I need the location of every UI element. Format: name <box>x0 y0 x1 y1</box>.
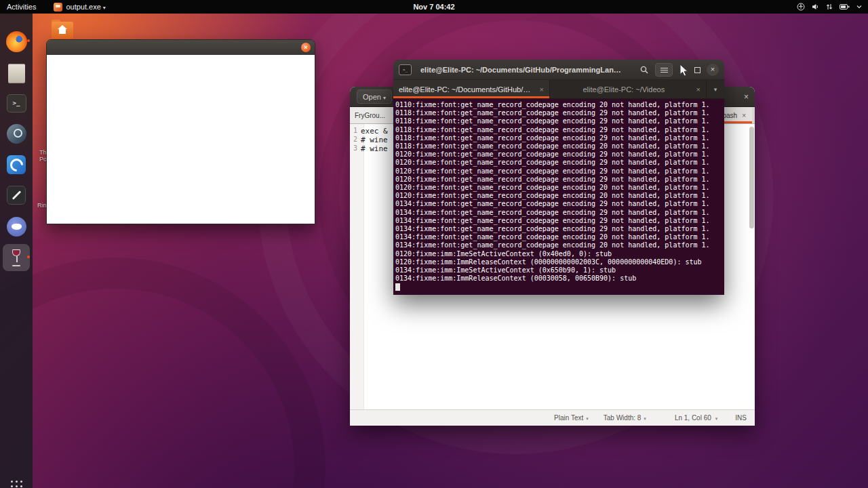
terminal-app-icon <box>399 64 412 75</box>
terminal-line: 0120:fixme:font:get_name_record_codepage… <box>395 159 723 167</box>
wine-glass-stem <box>16 256 18 262</box>
terminal-line: 0134:fixme:font:get_name_record_codepage… <box>395 200 723 208</box>
text-editor-icon <box>7 186 26 205</box>
open-button-label: Open <box>363 93 381 101</box>
terminal-cursor <box>395 283 400 291</box>
line-number: 3 <box>350 144 361 153</box>
scrollbar-thumb[interactable] <box>749 127 754 228</box>
terminal-line: 0134:fixme:imm:ImeSetActiveContext (0x65… <box>395 266 723 274</box>
terminal-tab-label: elite@Elite-PC: ~/Documents/GitHub/Pr... <box>399 85 536 94</box>
clock[interactable]: Nov 7 04:42 <box>413 3 454 11</box>
dock-item-steam[interactable] <box>3 120 30 147</box>
output-window-body[interactable] <box>47 55 315 224</box>
close-tab-icon[interactable] <box>742 112 746 119</box>
wine-glass-bowl <box>12 249 20 256</box>
terminal-line: 0118:fixme:font:get_name_record_codepage… <box>395 117 723 125</box>
terminal-line: 0134:fixme:imm:ImmReleaseContext (000300… <box>395 274 723 283</box>
running-indicator <box>27 256 30 258</box>
terminal-line: 0118:fixme:font:get_name_record_codepage… <box>395 142 723 150</box>
maximize-button[interactable] <box>694 67 701 73</box>
language-selector[interactable]: Plain Text <box>554 414 589 422</box>
wine-icon <box>10 249 22 266</box>
output-exe-window <box>46 39 315 224</box>
discord-icon <box>7 217 26 237</box>
close-tab-icon[interactable] <box>692 85 701 94</box>
line-number: 1 <box>350 127 361 136</box>
search-icon[interactable] <box>639 65 649 75</box>
app-menu-icon <box>54 3 62 12</box>
terminal-line: 0120:fixme:font:get_name_record_codepage… <box>395 150 723 159</box>
dock-item-wine[interactable] <box>3 244 30 271</box>
terminal-tab-2[interactable]: elite@Elite-PC: ~/Videos <box>550 80 707 98</box>
files-icon <box>8 64 25 83</box>
terminal-tab-1[interactable]: elite@Elite-PC: ~/Documents/GitHub/Pr... <box>393 80 550 98</box>
close-icon[interactable] <box>744 92 749 102</box>
dock-item-discord[interactable] <box>3 213 30 240</box>
output-titlebar[interactable] <box>47 40 315 55</box>
tab-width-selector[interactable]: Tab Width: 8 <box>604 414 646 422</box>
tab-bash-label: bash <box>722 112 737 119</box>
chevron-down-icon[interactable] <box>715 414 718 422</box>
desktop-icon-label[interactable]: Rin <box>37 202 47 209</box>
close-button[interactable] <box>301 43 311 52</box>
terminal-screen[interactable]: 0110:fixme:font:get_name_record_codepage… <box>393 99 724 295</box>
terminal-line: 0134:fixme:font:get_name_record_codepage… <box>395 233 723 241</box>
line-text: exec & <box>361 127 388 136</box>
terminal-icon <box>7 94 26 113</box>
line-text: # wine <box>361 144 388 153</box>
line-number: 2 <box>350 136 361 144</box>
house-body <box>59 29 66 34</box>
app-menu-label: output.exe <box>66 3 105 11</box>
terminal-line: 0118:fixme:font:get_name_record_codepage… <box>395 126 723 134</box>
dock-item-show-applications[interactable] <box>3 472 30 488</box>
blue-app-icon <box>7 155 26 174</box>
accessibility-icon <box>797 3 805 11</box>
network-arrows-icon <box>825 3 833 11</box>
tab-list-chevron-icon[interactable] <box>707 80 724 98</box>
dock-item-text-editor[interactable] <box>3 182 30 209</box>
close-tab-icon[interactable] <box>536 85 544 94</box>
terminal-line: 0120:fixme:imm:ImeSetActiveContext (0x40… <box>395 250 723 258</box>
gedit-statusbar: Plain Text Tab Width: 8 Ln 1, Col 60 INS <box>350 409 755 426</box>
terminal-line: 0120:fixme:font:get_name_record_codepage… <box>395 176 723 184</box>
terminal-line: 0118:fixme:font:get_name_record_codepage… <box>395 134 723 142</box>
terminal-line: 0120:fixme:font:get_name_record_codepage… <box>395 184 723 192</box>
line-text: # wine <box>361 136 388 144</box>
terminal-line: 0134:fixme:font:get_name_record_codepage… <box>395 241 723 249</box>
activities-button[interactable]: Activities <box>0 0 43 14</box>
terminal-line: 0120:fixme:imm:ImmReleaseContext (000000… <box>395 258 723 266</box>
dock-item-files[interactable] <box>3 60 30 87</box>
app-menu[interactable]: output.exe <box>54 0 105 14</box>
desktop-icon-label[interactable]: Th <box>39 149 47 156</box>
wine-glass-base <box>12 265 20 266</box>
terminal-title: elite@Elite-PC: ~/Documents/GitHub/Progr… <box>420 66 623 74</box>
terminal-tab-bar: elite@Elite-PC: ~/Documents/GitHub/Pr...… <box>393 80 724 99</box>
app-grid-icon <box>11 481 22 488</box>
system-tray[interactable] <box>797 0 863 14</box>
terminal-line: 0118:fixme:font:get_name_record_codepage… <box>395 109 723 117</box>
terminal-line: 0110:fixme:font:get_name_record_codepage… <box>395 101 723 109</box>
terminal-headerbar[interactable]: elite@Elite-PC: ~/Documents/GitHub/Progr… <box>393 60 724 80</box>
volume-icon <box>811 3 819 11</box>
chevron-down-icon <box>381 93 386 101</box>
steam-icon <box>7 124 26 144</box>
dock-item-blue-app[interactable] <box>3 151 30 178</box>
terminal-output: 0110:fixme:font:get_name_record_codepage… <box>395 101 723 283</box>
terminal-line: 0120:fixme:font:get_name_record_codepage… <box>395 192 723 200</box>
home-folder-icon[interactable] <box>52 19 73 39</box>
dock <box>0 14 33 488</box>
terminal-line: 0134:fixme:font:get_name_record_codepage… <box>395 217 723 225</box>
close-button[interactable] <box>707 64 719 76</box>
chevron-down-icon <box>856 4 863 9</box>
dock-item-firefox[interactable] <box>3 28 30 55</box>
cursor-position[interactable]: Ln 1, Col 60 <box>675 414 711 422</box>
wallpaper-swirl <box>0 258 326 488</box>
terminal-line: 0120:fixme:font:get_name_record_codepage… <box>395 167 723 176</box>
open-button[interactable]: Open <box>357 89 392 104</box>
firefox-icon <box>6 31 27 52</box>
hamburger-menu-icon[interactable] <box>655 63 673 77</box>
insert-mode-indicator: INS <box>735 414 747 422</box>
running-indicator <box>27 39 30 42</box>
mouse-cursor <box>679 64 689 77</box>
dock-item-terminal[interactable] <box>3 89 30 117</box>
